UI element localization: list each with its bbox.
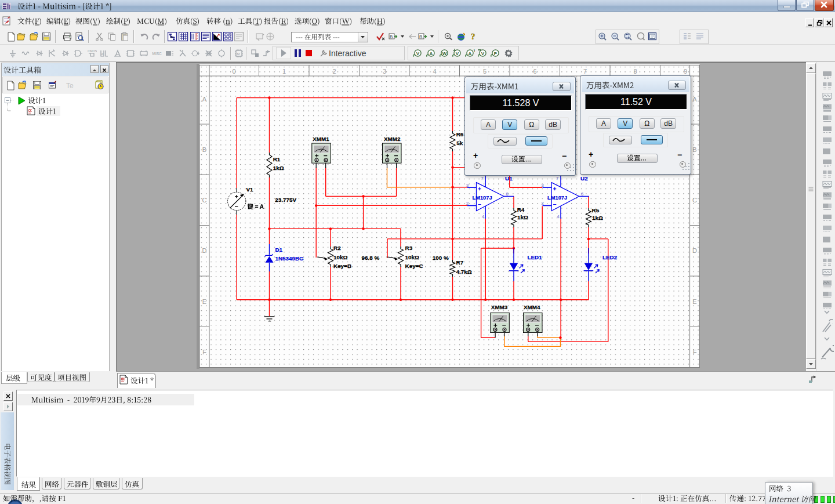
svg-text:F: F [693,349,697,356]
svg-text:4.7kΩ: 4.7kΩ [456,269,472,275]
svg-text:3: 3 [542,183,544,188]
svg-text:1kΩ: 1kΩ [592,215,603,221]
svg-text:23.775V: 23.775V [275,197,296,203]
svg-text:Te: Te [66,82,74,90]
svg-text:9: 9 [684,68,687,75]
svg-text:LM107J: LM107J [547,195,567,201]
svg-text:W: W [442,51,447,56]
svg-text:B: B [390,34,393,39]
svg-text:LED2: LED2 [602,254,618,260]
svg-text:1N5349BG: 1N5349BG [275,255,304,262]
svg-text:6: 6 [581,191,583,197]
svg-text:10kΩ: 10kΩ [405,254,419,260]
svg-text:A: A [692,96,697,103]
svg-text:d: d [101,52,103,56]
svg-text:E: E [202,298,206,305]
svg-text:C: C [692,197,697,204]
svg-text:XMM1: XMM1 [313,136,329,142]
svg-text:R2: R2 [333,245,341,251]
svg-text:2: 2 [542,201,544,206]
svg-text:3: 3 [383,68,386,75]
svg-text:7: 7 [583,68,587,75]
svg-text:Key=B: Key=B [333,263,351,269]
svg-text:Key=C: Key=C [405,263,423,269]
svg-text:XMM4: XMM4 [524,304,540,310]
svg-text:XMM3: XMM3 [491,304,508,310]
svg-text:MISC: MISC [153,52,162,56]
svg-text:U2: U2 [580,175,588,182]
svg-text:XMM2: XMM2 [384,136,401,142]
svg-text:2: 2 [466,201,469,206]
svg-text:C: C [202,197,207,204]
svg-text:LM107J: LM107J [473,195,492,201]
svg-text:F: F [202,349,206,356]
svg-text:R7: R7 [456,259,464,266]
svg-text:A: A [202,96,207,103]
svg-text:7: 7 [481,176,484,181]
svg-text:U1: U1 [505,175,513,182]
svg-text:1kΩ: 1kΩ [273,165,284,171]
svg-text:M: M [237,52,240,56]
svg-text:P: P [494,51,498,56]
svg-text:A: A [469,51,472,56]
svg-text:96.8 %: 96.8 % [362,255,380,261]
svg-text:D: D [692,247,697,254]
svg-text:V1: V1 [246,186,254,193]
svg-text:V: V [416,51,420,56]
svg-text:4: 4 [557,214,560,219]
svg-text:5: 5 [483,68,487,75]
svg-text:2: 2 [333,68,336,75]
svg-text:V: V [456,51,459,56]
svg-text:R6: R6 [456,131,464,137]
svg-text:E: E [692,298,696,305]
svg-text:1kΩ: 1kΩ [517,214,528,220]
svg-text:V: V [481,51,485,56]
svg-text:100 %: 100 % [433,255,449,261]
svg-text:R4: R4 [517,206,525,213]
svg-text:R3: R3 [405,245,413,251]
svg-text:CMOS: CMOS [88,49,97,53]
svg-text:B: B [202,146,206,153]
svg-text:5k: 5k [456,140,463,146]
svg-text:D: D [202,247,207,254]
svg-text:1: 1 [282,68,286,75]
svg-text:A: A [430,51,433,56]
svg-text:V: V [474,49,475,53]
svg-text:R1: R1 [273,156,281,162]
svg-text:?: ? [471,32,475,41]
svg-text:7: 7 [556,176,558,181]
svg-text:LED1: LED1 [528,254,543,260]
svg-text:6: 6 [506,191,509,197]
svg-text:0: 0 [233,68,236,75]
svg-text:R5: R5 [592,207,600,213]
svg-text:10kΩ: 10kΩ [333,254,347,260]
svg-text:B: B [419,34,422,39]
svg-text:D1: D1 [275,246,282,253]
svg-text:4: 4 [433,68,437,75]
svg-text:B: B [692,146,696,153]
svg-text:6: 6 [533,68,537,75]
svg-text:4: 4 [482,214,484,219]
svg-text:3: 3 [466,183,469,188]
svg-text:8: 8 [634,68,637,75]
